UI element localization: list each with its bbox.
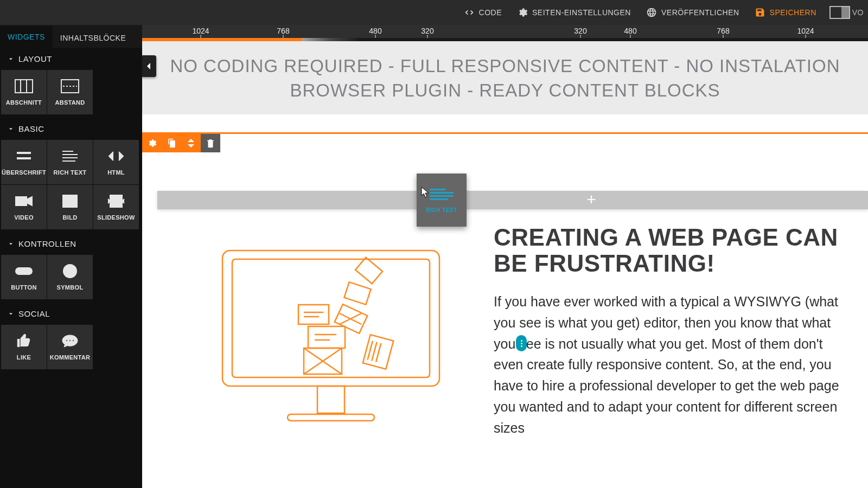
widget-slideshow[interactable]: SLIDESHOW	[93, 185, 139, 229]
ruler-tick: 768	[717, 27, 729, 35]
section-controls-header[interactable]: KONTROLLEN	[0, 233, 142, 255]
delete-button[interactable]	[201, 134, 220, 152]
plus-icon: +	[583, 192, 599, 208]
ruler-tick: 480	[624, 27, 636, 35]
ruler-tick: 320	[574, 27, 586, 35]
widget-video[interactable]: VIDEO	[1, 185, 47, 229]
comment-icon	[61, 333, 79, 349]
widget-spacer[interactable]: ABSTAND	[47, 70, 93, 114]
svg-rect-11	[16, 197, 27, 206]
section-basic-header[interactable]: BASIC	[0, 118, 142, 140]
heading-icon	[15, 149, 33, 164]
ruler-tick: 1024	[797, 27, 814, 35]
tab-widgets[interactable]: WIDGETS	[0, 26, 53, 48]
widget-label: BUTTON	[11, 284, 36, 291]
page-settings-button[interactable]: SEITEN-EINSTELLUNGEN	[509, 0, 639, 25]
code-icon	[464, 7, 475, 18]
widget-button[interactable]: BUTTON	[1, 255, 47, 299]
widget-like[interactable]: LIKE	[1, 325, 47, 369]
svg-rect-39	[355, 258, 382, 284]
section-social-title: SOCIAL	[18, 309, 50, 318]
publish-label: VERÖFFENTLICHEN	[661, 8, 739, 17]
chevron-down-icon	[8, 241, 14, 247]
device-preview-toggle[interactable]	[829, 6, 850, 19]
widget-label: KOMMENTAR	[50, 354, 91, 361]
chevron-left-icon	[145, 62, 152, 70]
duplicate-button[interactable]	[162, 134, 181, 152]
slideshow-icon	[107, 194, 125, 209]
sidebar-tabs: WIDGETS INHALTSBLÖCKE	[0, 25, 142, 48]
image-icon	[61, 194, 79, 209]
element-settings-button[interactable]	[142, 134, 162, 152]
column-resize-handle[interactable]	[516, 335, 527, 351]
spacer-icon	[61, 79, 79, 94]
svg-point-14	[66, 198, 68, 200]
widget-label: SLIDESHOW	[97, 214, 135, 221]
html-icon	[107, 149, 125, 164]
video-icon	[15, 194, 33, 209]
code-button[interactable]: CODE	[456, 0, 509, 25]
page-settings-label: SEITEN-EINSTELLUNGEN	[532, 8, 631, 17]
widget-richtext[interactable]: RICH TEXT	[47, 140, 93, 184]
ruler-tick: 768	[277, 27, 289, 35]
ruler-tick: 320	[421, 27, 433, 35]
widget-section[interactable]: ABSCHNITT	[1, 70, 47, 114]
svg-line-43	[376, 343, 381, 362]
reorder-button[interactable]	[181, 134, 201, 152]
collapse-sidebar-button[interactable]	[142, 55, 156, 77]
chevron-down-icon	[188, 143, 194, 147]
widget-image[interactable]: BILD	[47, 185, 93, 229]
widget-label: LIKE	[17, 354, 31, 361]
chevron-up-icon	[188, 139, 194, 143]
widget-heading[interactable]: ÜBERSCHRIFT	[1, 140, 47, 184]
svg-rect-25	[288, 414, 374, 421]
widget-label: ÜBERSCHRIFT	[2, 169, 46, 176]
ruler-tick: 1024	[192, 27, 209, 35]
ruler-tick: 480	[369, 27, 381, 35]
text-column[interactable]: CREATING A WEB PAGE CAN BE FRUSTRATING! …	[494, 224, 855, 438]
globe-icon	[646, 7, 657, 18]
canvas[interactable]: NO CODING REQUIRED - FULL RESPONSIVE CON…	[142, 41, 868, 488]
widget-label: HTML	[107, 169, 125, 176]
copy-icon	[167, 138, 176, 148]
drop-zone[interactable]: +	[157, 191, 868, 209]
chevron-down-icon	[8, 56, 14, 62]
columns-icon	[15, 79, 33, 94]
chevron-down-icon	[8, 311, 14, 317]
widget-label: RICH TEXT	[54, 169, 87, 176]
widget-label: ABSTAND	[55, 99, 85, 106]
truncated-label: VO	[852, 8, 864, 17]
widget-label: VIDEO	[14, 214, 34, 221]
widget-comment[interactable]: KOMMENTAR	[47, 325, 93, 369]
svg-rect-17	[16, 268, 32, 274]
illustration-monitor	[190, 224, 472, 438]
hero-line-2: BROWSER PLUGIN - READY CONTENT BLOCKS	[164, 79, 846, 103]
svg-rect-24	[317, 386, 344, 413]
tab-content-blocks[interactable]: INHALTSBLÖCKE	[53, 27, 133, 48]
drag-ghost-richtext: RICH TEXT	[417, 174, 467, 227]
save-label: SPEICHERN	[770, 8, 816, 17]
hero-banner[interactable]: NO CODING REQUIRED - FULL RESPONSIVE CON…	[142, 41, 868, 114]
widget-symbol[interactable]: SYMBOL	[47, 255, 93, 299]
svg-rect-32	[298, 305, 329, 324]
save-button[interactable]: SPEICHERN	[747, 0, 824, 25]
hero-line-1: NO CODING REQUIRED - FULL RESPONSIVE CON…	[164, 54, 846, 79]
chevron-down-icon	[8, 126, 14, 132]
device-frame-icon	[829, 6, 850, 19]
section-layout-header[interactable]: LAYOUT	[0, 48, 142, 70]
section-basic-title: BASIC	[18, 124, 44, 133]
gear-icon	[147, 138, 157, 148]
svg-rect-38	[344, 282, 371, 305]
section-controls-title: KONTROLLEN	[18, 239, 76, 248]
symbol-icon	[61, 264, 79, 279]
selection-outline	[142, 132, 868, 134]
svg-point-21	[73, 340, 74, 342]
publish-button[interactable]: VERÖFFENTLICHEN	[639, 0, 747, 25]
section-social-header[interactable]: SOCIAL	[0, 303, 142, 325]
section-layout-title: LAYOUT	[18, 54, 52, 63]
widget-html[interactable]: HTML	[93, 140, 139, 184]
widget-label: BILD	[63, 214, 78, 221]
widget-label: SYMBOL	[57, 284, 84, 291]
thumbs-up-icon	[15, 333, 33, 349]
drag-ghost-label: RICH TEXT	[426, 207, 457, 213]
